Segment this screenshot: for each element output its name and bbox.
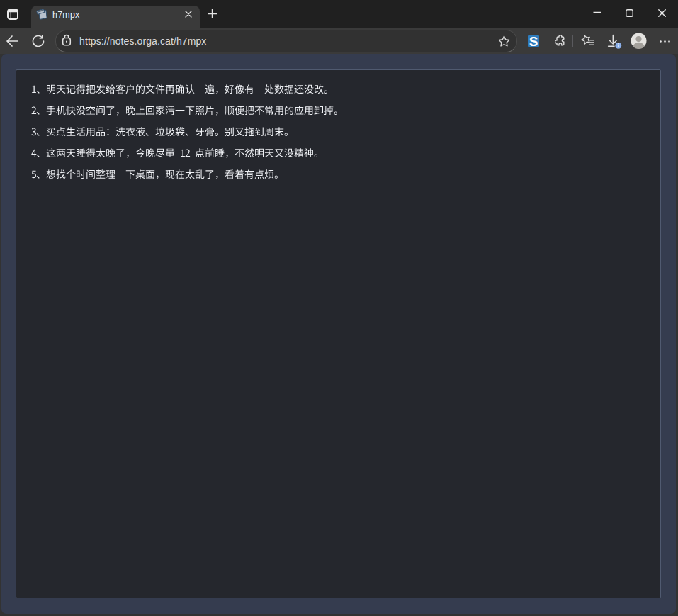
svg-text:S: S bbox=[529, 35, 538, 47]
